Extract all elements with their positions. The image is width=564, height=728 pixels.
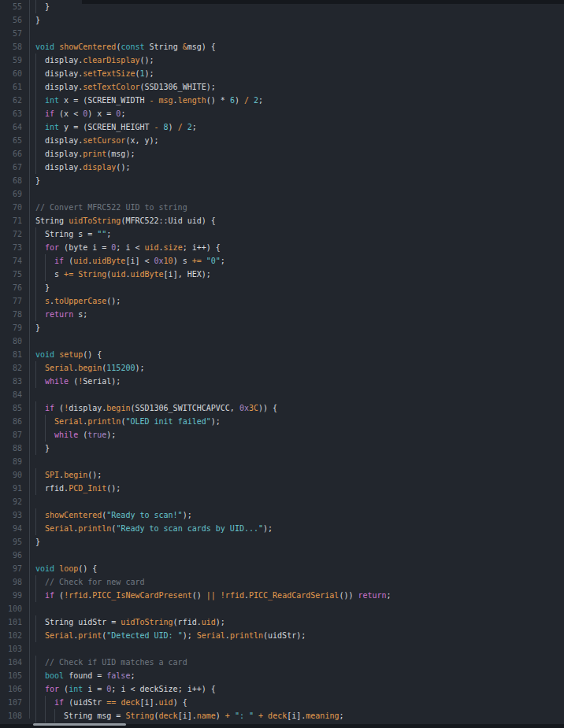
indent-guide: [54, 709, 64, 722]
code-text: if (uidStr == deck[i].uid) {: [29, 696, 187, 709]
indent-guide: [35, 294, 45, 308]
code-line[interactable]: 90SPI.begin();: [0, 468, 564, 482]
code-line[interactable]: 75s += String(uid.uidByte[i], HEX);: [0, 268, 564, 281]
code-text: [29, 642, 35, 656]
code-line[interactable]: 63if (x < 0) x = 0;: [0, 107, 564, 120]
code-line[interactable]: 98// Check for new card: [0, 575, 564, 589]
code-line[interactable]: 94Serial.println("Ready to scan cards by…: [0, 522, 564, 535]
code-line[interactable]: 106for (int i = 0; i < deckSize; i++) {: [0, 682, 564, 696]
indent-guide: [35, 281, 45, 294]
code-text: Serial.print("Detected UID: "); Serial.p…: [29, 629, 306, 642]
code-text: [29, 187, 35, 201]
code-line[interactable]: 107if (uidStr == deck[i].uid) {: [0, 696, 564, 709]
indent-guide: [45, 709, 54, 722]
code-line[interactable]: 61display.setTextColor(SSD1306_WHITE);: [0, 80, 564, 94]
code-line[interactable]: 88}: [0, 442, 564, 455]
code-line[interactable]: 72String s = "";: [0, 227, 564, 241]
indent-guide: [35, 468, 45, 482]
line-number: 60: [0, 67, 29, 80]
code-line[interactable]: 66display.print(msg);: [0, 147, 564, 161]
line-number: 95: [0, 535, 29, 549]
code-line[interactable]: 65display.setCursor(x, y);: [0, 134, 564, 147]
code-line[interactable]: 79}: [0, 321, 564, 334]
code-line[interactable]: 86Serial.println("OLED init failed");: [0, 415, 564, 428]
indent-guide: [45, 428, 54, 442]
indent-guide: [35, 120, 45, 134]
indent-guide: [35, 629, 45, 642]
code-line[interactable]: 84: [0, 388, 564, 401]
code-line[interactable]: 102Serial.print("Detected UID: "); Seria…: [0, 629, 564, 642]
code-line[interactable]: 62int x = (SCREEN_WIDTH - msg.length() *…: [0, 94, 564, 107]
code-line[interactable]: 91rfid.PCD_Init();: [0, 482, 564, 495]
code-text: [29, 27, 35, 40]
indent-guide: [35, 268, 45, 281]
indent-guide: [35, 147, 45, 161]
code-line[interactable]: 81void setup() {: [0, 348, 564, 361]
code-line[interactable]: 97void loop() {: [0, 562, 564, 575]
line-number: 58: [0, 40, 29, 54]
code-line[interactable]: 96: [0, 549, 564, 562]
horizontal-scrollbar-thumb[interactable]: [33, 723, 126, 726]
code-text: display.display();: [29, 161, 130, 174]
code-line[interactable]: 87while (true);: [0, 428, 564, 442]
code-text: }: [29, 0, 50, 13]
code-line[interactable]: 99if (!rfid.PICC_IsNewCardPresent() || !…: [0, 589, 564, 602]
code-line[interactable]: 58void showCentered(const String &msg) {: [0, 40, 564, 54]
code-line[interactable]: 108String msg = String(deck[i].name) + "…: [0, 709, 564, 722]
line-number: 107: [0, 696, 29, 709]
code-line[interactable]: 69: [0, 187, 564, 201]
line-number: 62: [0, 94, 29, 107]
code-line[interactable]: 77s.toUpperCase();: [0, 294, 564, 308]
line-number: 98: [0, 575, 29, 589]
code-line[interactable]: 56}: [0, 13, 564, 27]
line-number: 103: [0, 642, 29, 656]
code-line[interactable]: 80: [0, 334, 564, 348]
indent-guide: [45, 254, 54, 268]
line-number: 87: [0, 428, 29, 442]
indent-guide: [35, 375, 45, 388]
code-line[interactable]: 68}: [0, 174, 564, 187]
line-number: 86: [0, 415, 29, 428]
code-line[interactable]: 104// Check if UID matches a card: [0, 656, 564, 669]
code-text: display.setCursor(x, y);: [29, 134, 159, 147]
code-line[interactable]: 59display.clearDisplay();: [0, 54, 564, 67]
indent-guide: [35, 361, 45, 375]
code-line[interactable]: 105bool found = false;: [0, 669, 564, 682]
indent-guide: [35, 709, 45, 722]
code-text: Serial.begin(115200);: [29, 361, 145, 375]
code-line[interactable]: 82Serial.begin(115200);: [0, 361, 564, 375]
line-number: 72: [0, 227, 29, 241]
code-text: display.clearDisplay();: [29, 54, 154, 67]
code-line[interactable]: 64int y = (SCREEN_HEIGHT - 8) / 2;: [0, 120, 564, 134]
indent-guide: [35, 227, 45, 241]
code-line[interactable]: 101String uidStr = uidToString(rfid.uid)…: [0, 615, 564, 629]
code-line[interactable]: 100: [0, 602, 564, 615]
code-line[interactable]: 92: [0, 495, 564, 508]
code-line[interactable]: 85if (!display.begin(SSD1306_SWITCHCAPVC…: [0, 401, 564, 415]
code-lines-container: 55}56}5758void showCentered(const String…: [0, 0, 564, 722]
code-line[interactable]: 78return s;: [0, 308, 564, 321]
code-line[interactable]: 60display.setTextSize(1);: [0, 67, 564, 80]
code-line[interactable]: 103: [0, 642, 564, 656]
code-line[interactable]: 73for (byte i = 0; i < uid.size; i++) {: [0, 241, 564, 254]
code-line[interactable]: 74if (uid.uidByte[i] < 0x10) s += "0";: [0, 254, 564, 268]
code-line[interactable]: 93showCentered("Ready to scan!");: [0, 508, 564, 522]
code-line[interactable]: 70// Convert MFRC522 UID to string: [0, 201, 564, 214]
code-line[interactable]: 57: [0, 27, 564, 40]
code-line[interactable]: 67display.display();: [0, 161, 564, 174]
code-line[interactable]: 83while (!Serial);: [0, 375, 564, 388]
code-line[interactable]: 71String uidToString(MFRC522::Uid uid) {: [0, 214, 564, 227]
code-text: }: [29, 321, 40, 334]
code-text: [29, 455, 35, 468]
line-number: 105: [0, 669, 29, 682]
code-line[interactable]: 95}: [0, 535, 564, 549]
line-number: 91: [0, 482, 29, 495]
indent-guide: [35, 508, 45, 522]
line-number: 65: [0, 134, 29, 147]
code-line[interactable]: 89: [0, 455, 564, 468]
code-line[interactable]: 76}: [0, 281, 564, 294]
code-text: s += String(uid.uidByte[i], HEX);: [29, 268, 211, 281]
indent-guide: [35, 656, 45, 669]
line-number: 94: [0, 522, 29, 535]
code-text: // Check if UID matches a card: [29, 656, 187, 669]
